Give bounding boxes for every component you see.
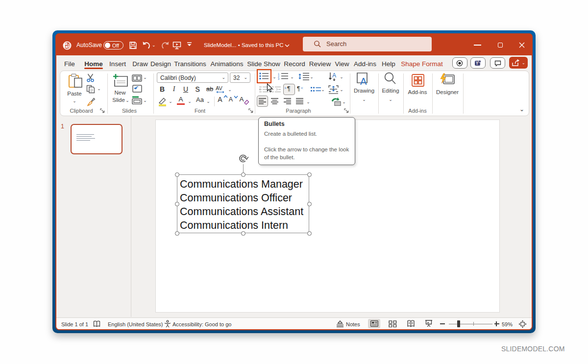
svg-text:A: A <box>332 72 336 79</box>
svg-text:AV: AV <box>216 86 223 91</box>
svg-text:P: P <box>65 44 68 48</box>
svg-text:3: 3 <box>278 77 279 80</box>
svg-text:T: T <box>476 61 479 66</box>
svg-text:A: A <box>360 76 367 86</box>
